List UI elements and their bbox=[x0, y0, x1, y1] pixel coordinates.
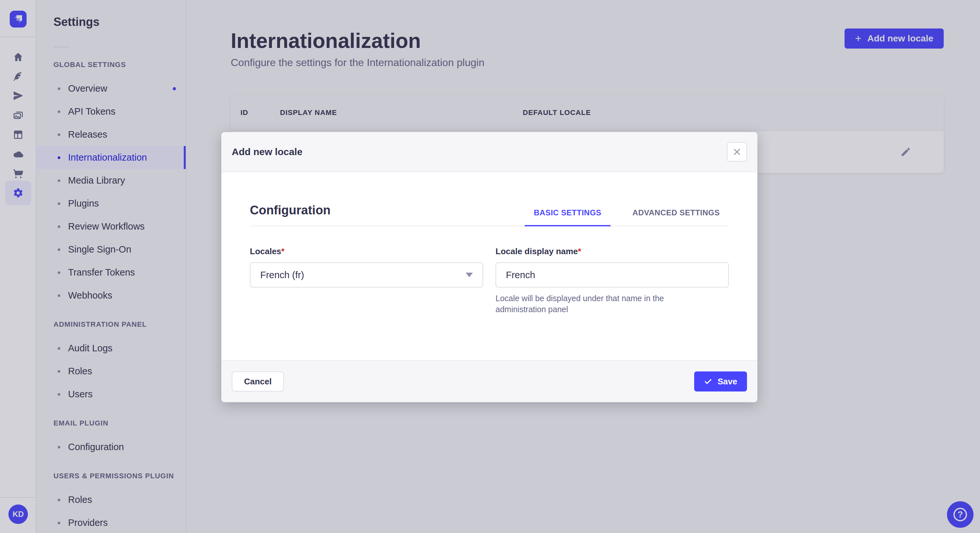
close-button[interactable] bbox=[727, 142, 747, 162]
tab-advanced-settings[interactable]: ADVANCED SETTINGS bbox=[624, 208, 729, 226]
cancel-button[interactable]: Cancel bbox=[232, 371, 284, 392]
locales-select[interactable]: French (fr) bbox=[250, 262, 483, 287]
configuration-heading: Configuration bbox=[250, 203, 331, 226]
save-button[interactable]: Save bbox=[694, 371, 747, 392]
settings-tabs: BASIC SETTINGS ADVANCED SETTINGS bbox=[525, 208, 729, 226]
chevron-down-icon bbox=[466, 273, 473, 277]
display-name-hint: Locale will be displayed under that name… bbox=[495, 293, 710, 315]
required-asterisk: * bbox=[578, 246, 581, 256]
display-name-input[interactable] bbox=[495, 262, 729, 287]
display-name-field: Locale display name* Locale will be disp… bbox=[495, 246, 729, 315]
locales-label: Locales* bbox=[250, 246, 483, 257]
modal-title: Add new locale bbox=[232, 146, 302, 157]
add-new-locale-modal: Add new locale Configuration BASIC SETTI… bbox=[221, 132, 757, 402]
modal-footer: Cancel Save bbox=[221, 360, 757, 402]
display-name-label: Locale display name* bbox=[495, 246, 729, 257]
close-icon bbox=[733, 148, 741, 156]
locales-field: Locales* French (fr) bbox=[250, 246, 483, 315]
modal-body: Configuration BASIC SETTINGS ADVANCED SE… bbox=[221, 203, 757, 315]
required-asterisk: * bbox=[281, 246, 285, 256]
modal-header: Add new locale bbox=[221, 132, 757, 172]
tab-basic-settings[interactable]: BASIC SETTINGS bbox=[525, 208, 610, 226]
check-icon bbox=[704, 377, 712, 385]
